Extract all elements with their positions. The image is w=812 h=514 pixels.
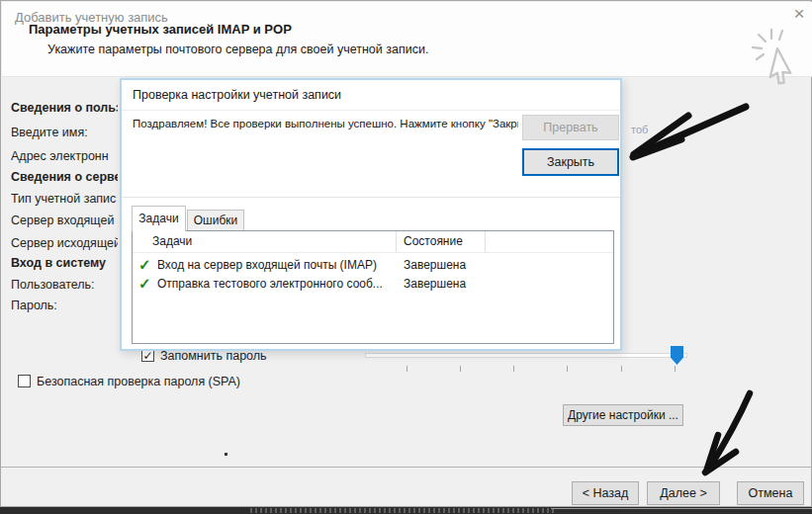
trackbar-track[interactable] xyxy=(365,353,687,358)
dialog-title: Проверка настройки учетной записи xyxy=(133,88,341,102)
task-cell: Вход на сервер входящей почты (IMAP) xyxy=(157,258,377,272)
spa-checkbox[interactable] xyxy=(18,375,31,387)
column-header-status[interactable]: Состояние xyxy=(404,234,463,248)
label-user-name: Пользователь: xyxy=(11,278,118,294)
remember-password-label: Запомнить пароль xyxy=(160,349,267,363)
page-subtitle: Укажите параметры почтового сервера для … xyxy=(47,43,428,56)
trackbar-handle[interactable] xyxy=(671,346,683,365)
table-row[interactable]: ✓ Отправка тестового электронного сооб..… xyxy=(133,275,613,294)
more-settings-button[interactable]: Другие настройки ... xyxy=(563,404,683,426)
status-cell: Завершена xyxy=(404,277,466,291)
footer-separator xyxy=(1,467,812,468)
section-logon-info: Вход в систему xyxy=(11,256,118,272)
checkbox-check-icon: ✓ xyxy=(142,349,152,363)
trackbar-tick xyxy=(460,366,461,372)
label-password: Пароль: xyxy=(11,299,118,314)
table-row[interactable]: ✓ Вход на сервер входящей почты (IMAP) З… xyxy=(133,256,613,275)
next-button[interactable]: Далее > xyxy=(647,481,720,505)
dialog-title-separator xyxy=(122,110,620,111)
wizard-header: Добавить учетную запись × Параметры учет… xyxy=(2,2,812,77)
spa-checkbox-label: Безопасная проверка пароля (SPA) xyxy=(37,375,240,388)
label-your-name: Введите имя: xyxy=(11,126,118,141)
task-cell: Отправка тестового электронного сооб... xyxy=(157,277,383,291)
label-email-address: Адрес электронн xyxy=(11,149,118,165)
trackbar-tick xyxy=(621,366,622,372)
section-server-info: Сведения о сервер xyxy=(11,170,118,186)
dialog-separator xyxy=(122,197,620,198)
add-account-window: Добавить учетную запись × Параметры учет… xyxy=(0,0,812,507)
header-divider xyxy=(133,252,613,253)
column-divider xyxy=(485,231,486,252)
bottom-edge-line xyxy=(551,508,812,509)
trackbar-tick xyxy=(675,366,676,372)
trackbar-tick xyxy=(513,366,514,372)
tab-tasks[interactable]: Задачи xyxy=(132,206,186,231)
green-check-icon: ✓ xyxy=(138,256,151,274)
status-cell: Завершена xyxy=(404,258,466,272)
test-account-settings-dialog: Проверка настройки учетной записи Поздра… xyxy=(120,78,622,351)
obscured-background-text: тоб xyxy=(631,124,648,135)
tab-errors[interactable]: Ошибки xyxy=(187,210,244,231)
column-header-tasks[interactable]: Задачи xyxy=(152,234,192,248)
close-button[interactable]: Закрыть xyxy=(522,148,619,176)
stray-mark xyxy=(225,453,227,456)
tasks-table: Задачи Состояние ✓ Вход на сервер входящ… xyxy=(132,230,614,344)
label-incoming-server: Сервер входящей п xyxy=(11,214,118,229)
back-button[interactable]: < Назад xyxy=(572,481,639,505)
trackbar-tick xyxy=(406,366,407,372)
label-account-type: Тип учетной запис xyxy=(11,192,118,208)
column-divider xyxy=(396,231,397,252)
page-title: Параметры учетных записей IMAP и POP xyxy=(29,22,292,37)
cancel-button[interactable]: Отмена xyxy=(737,481,804,505)
abort-button: Прервать xyxy=(522,115,619,140)
dialog-message: Поздравляем! Все проверки выполнены успе… xyxy=(133,118,518,129)
section-user-info: Сведения о польз xyxy=(11,101,118,117)
label-outgoing-server: Сервер исходящей xyxy=(11,236,118,252)
trackbar-tick xyxy=(567,366,568,372)
close-icon[interactable]: × xyxy=(787,3,811,25)
green-check-icon: ✓ xyxy=(138,275,151,293)
blurred-text-remnant xyxy=(250,508,557,513)
